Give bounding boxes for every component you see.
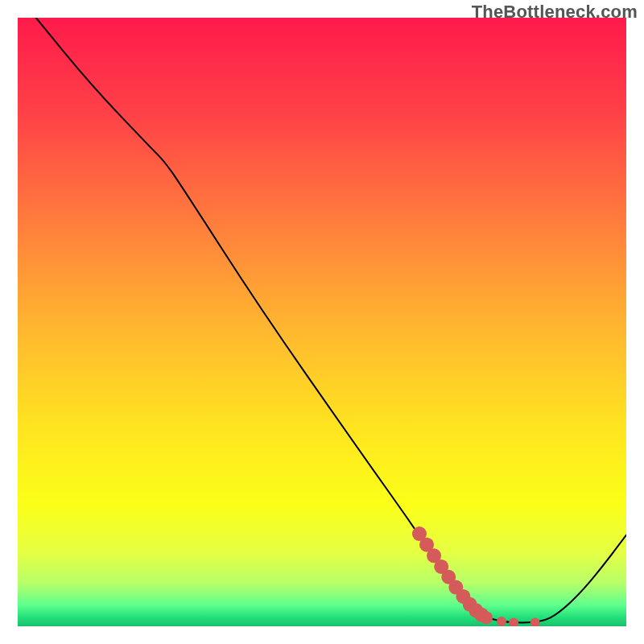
highlight-dot <box>480 611 493 624</box>
chart-svg <box>18 18 626 626</box>
highlight-dot <box>497 617 506 626</box>
chart-container: TheBottleneck.com <box>0 0 644 644</box>
watermark-text: TheBottleneck.com <box>472 2 638 23</box>
plot-background <box>18 18 626 626</box>
